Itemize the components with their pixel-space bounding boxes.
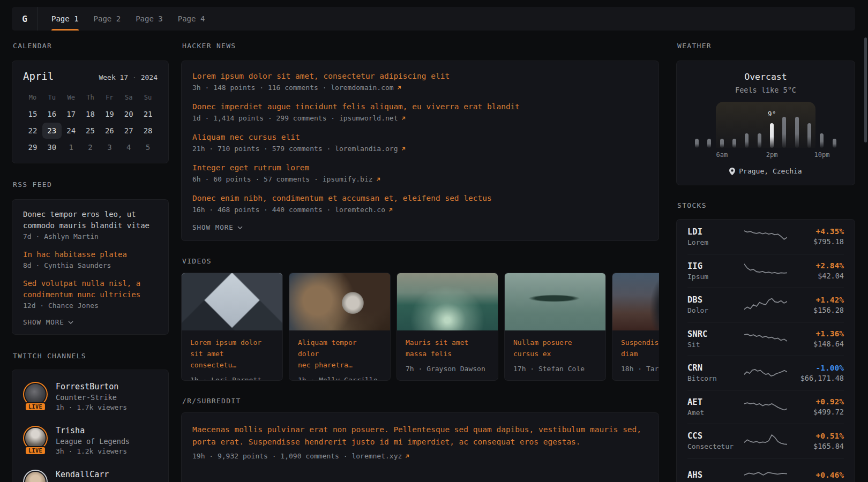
hn-story: Donec imperdiet augue tincidunt felis al… xyxy=(192,101,648,122)
stock-name: Ipsum xyxy=(687,273,739,281)
hn-meta-text: 21h · 710 points · 579 comments · loreml… xyxy=(192,145,398,153)
rss-item-title[interactable]: Sed volutpat nulla nisl, a condimentum n… xyxy=(23,278,158,300)
video-title[interactable]: Nullam posuere cursus ex xyxy=(513,337,597,359)
video-thumbnail[interactable] xyxy=(397,273,498,330)
external-link-icon[interactable] xyxy=(396,85,402,91)
stock-row[interactable]: DBS Dolor +1.42% $156.28 xyxy=(687,288,844,322)
video-card[interactable]: Nullam posuere cursus ex 17h · Stefan Co… xyxy=(504,273,606,381)
video-meta: 7h · Grayson Dawson xyxy=(406,365,489,373)
calendar-day: 18 xyxy=(81,106,100,122)
tab-page-4[interactable]: Page 4 xyxy=(178,7,205,31)
stock-change: +0.46% xyxy=(792,471,844,479)
hn-show-more-button[interactable]: SHOW MORE xyxy=(192,223,648,231)
stock-sparkline xyxy=(739,363,792,382)
avatar: LIVE xyxy=(23,382,48,406)
tab-page-1[interactable]: Page 1 xyxy=(51,7,79,31)
hn-story-title[interactable]: Integer eget rutrum lorem xyxy=(192,162,648,173)
weather-widget: Overcast Feels like 5°C 9° 6am 2pm 10pm … xyxy=(676,61,855,185)
stocks-section-header: STOCKS xyxy=(677,201,855,209)
app-logo[interactable]: G xyxy=(12,7,38,31)
stock-row[interactable]: AHS +0.46% xyxy=(687,458,844,482)
twitch-channel-name[interactable]: KendallCarr xyxy=(56,470,109,479)
external-link-icon[interactable] xyxy=(405,454,410,459)
rss-show-more-button[interactable]: SHOW MORE xyxy=(23,318,158,326)
calendar-day: 28 xyxy=(138,123,158,139)
twitch-widget: LIVE ForrestBurton Counter-Strike 1h · 1… xyxy=(12,370,169,482)
twitch-channel-meta: 3h · 1.2k viewers xyxy=(56,447,130,455)
video-card[interactable]: Mauris sit amet massa felis 7h · Grayson… xyxy=(396,273,498,381)
twitch-channel-row[interactable]: LIVE ForrestBurton Counter-Strike 1h · 1… xyxy=(23,382,158,412)
external-link-icon[interactable] xyxy=(376,177,381,182)
video-title[interactable]: Suspendisse diam xyxy=(621,337,659,359)
tab-page-3[interactable]: Page 3 xyxy=(136,7,163,31)
video-title[interactable]: Lorem ipsum dolor sit amet consectetu… xyxy=(190,337,274,371)
rss-item-title[interactable]: In hac habitasse platea xyxy=(23,249,158,260)
weather-bar xyxy=(745,133,749,148)
videos-row: Lorem ipsum dolor sit amet consectetu… 1… xyxy=(181,273,659,381)
weather-bar-column xyxy=(728,139,740,148)
video-card[interactable]: Suspendisse diam 18h · Tara xyxy=(612,273,659,381)
stock-row[interactable]: CRN Bitcorn -1.00% $66,171.48 xyxy=(687,356,844,390)
video-thumbnail[interactable] xyxy=(612,273,659,330)
calendar-month: April xyxy=(23,70,54,82)
video-title[interactable]: Mauris sit amet massa felis xyxy=(406,337,489,359)
stock-row[interactable]: IIG Ipsum +2.84% $42.04 xyxy=(687,254,844,288)
stock-name: Lorem xyxy=(687,238,739,246)
rss-item: In hac habitasse platea 8d · Cynthia Sau… xyxy=(23,249,158,269)
weather-bar xyxy=(820,133,824,148)
stock-row[interactable]: SNRC Sit +1.36% $148.64 xyxy=(687,322,844,356)
stock-row[interactable]: AET Amet +0.92% $499.72 xyxy=(687,390,844,424)
stock-ticker: AHS xyxy=(687,470,739,480)
twitch-channel-info: ForrestBurton Counter-Strike 1h · 1.7k v… xyxy=(56,382,127,412)
calendar-grid: Mo Tu We Th Fr Sa Su 15 16 17 18 19 20 2… xyxy=(23,89,158,155)
calendar-day-selected: 23 xyxy=(42,123,62,139)
hn-story-title[interactable]: Lorem ipsum dolor sit amet, consectetur … xyxy=(192,71,648,81)
external-link-icon[interactable] xyxy=(388,207,393,213)
twitch-channel-name[interactable]: Trisha xyxy=(56,426,130,435)
video-card-body: Suspendisse diam 18h · Tara xyxy=(612,330,659,373)
twitch-channel-row[interactable]: KendallCarr xyxy=(23,470,158,482)
video-thumbnail[interactable] xyxy=(182,273,282,330)
hn-meta-text: 3h · 148 points · 116 comments · loremdo… xyxy=(192,84,394,92)
hn-meta-text: 6h · 60 points · 57 comments · ipsumify.… xyxy=(192,175,373,183)
left-column: CALENDAR April Week 17 · 2024 Mo Tu We T… xyxy=(12,37,169,482)
hn-story-title[interactable]: Donec enim nibh, condimentum et accumsan… xyxy=(192,193,648,204)
calendar-week-year: Week 17 · 2024 xyxy=(99,73,158,81)
stock-row[interactable]: LDI Lorem +4.35% $795.18 xyxy=(687,220,844,254)
live-badge: LIVE xyxy=(25,446,46,455)
video-card[interactable]: Lorem ipsum dolor sit amet consectetu… 1… xyxy=(181,273,283,381)
stock-id: AET Amet xyxy=(687,397,739,417)
external-link-icon[interactable] xyxy=(401,116,406,121)
dashboard-page: G Page 1 Page 2 Page 3 Page 4 CALENDAR A… xyxy=(0,0,868,482)
video-title[interactable]: Aliquam tempor dolor nec pharetra… xyxy=(298,337,381,371)
hn-story-meta: 3h · 148 points · 116 comments · loremdo… xyxy=(192,84,648,92)
video-thumbnail[interactable] xyxy=(289,273,390,330)
page-scrollbar-thumb[interactable] xyxy=(864,37,867,142)
weather-bar xyxy=(795,117,799,148)
twitch-channel-row[interactable]: LIVE Trisha League of Legends 3h · 1.2k … xyxy=(23,426,158,456)
stock-change-negative: -1.00% xyxy=(792,364,844,372)
rss-item-title[interactable]: Donec tempor eros leo, ut commodo mauris… xyxy=(23,209,158,231)
hn-story-title[interactable]: Aliquam nec cursus elit xyxy=(192,132,648,142)
weather-location: Prague, Czechia xyxy=(691,167,841,176)
stock-sparkline xyxy=(739,227,792,246)
stock-change: +0.92% xyxy=(792,397,844,406)
stock-change: +0.51% xyxy=(792,432,844,440)
middle-column: HACKER NEWS Lorem ipsum dolor sit amet, … xyxy=(181,37,659,482)
stock-ticker: CCS xyxy=(687,431,739,441)
weather-bar xyxy=(807,123,811,148)
top-nav-bar: G Page 1 Page 2 Page 3 Page 4 xyxy=(12,7,855,31)
hn-story: Donec enim nibh, condimentum et accumsan… xyxy=(192,193,648,214)
subreddit-post-title[interactable]: Maecenas mollis pulvinar erat non posuer… xyxy=(192,424,648,448)
video-card[interactable]: Aliquam tempor dolor nec pharetra… 1h · … xyxy=(289,273,391,381)
show-more-label: SHOW MORE xyxy=(192,223,234,231)
stock-ticker: IIG xyxy=(687,261,739,271)
weather-bar-column xyxy=(828,139,841,148)
calendar-day: 20 xyxy=(119,106,138,122)
hn-story-title[interactable]: Donec imperdiet augue tincidunt felis al… xyxy=(192,101,648,112)
external-link-icon[interactable] xyxy=(401,146,406,152)
tab-page-2[interactable]: Page 2 xyxy=(94,7,121,31)
video-thumbnail[interactable] xyxy=(505,273,605,330)
stock-row[interactable]: CCS Consectetur +0.51% $165.84 xyxy=(687,424,844,458)
twitch-channel-name[interactable]: ForrestBurton xyxy=(56,382,127,391)
